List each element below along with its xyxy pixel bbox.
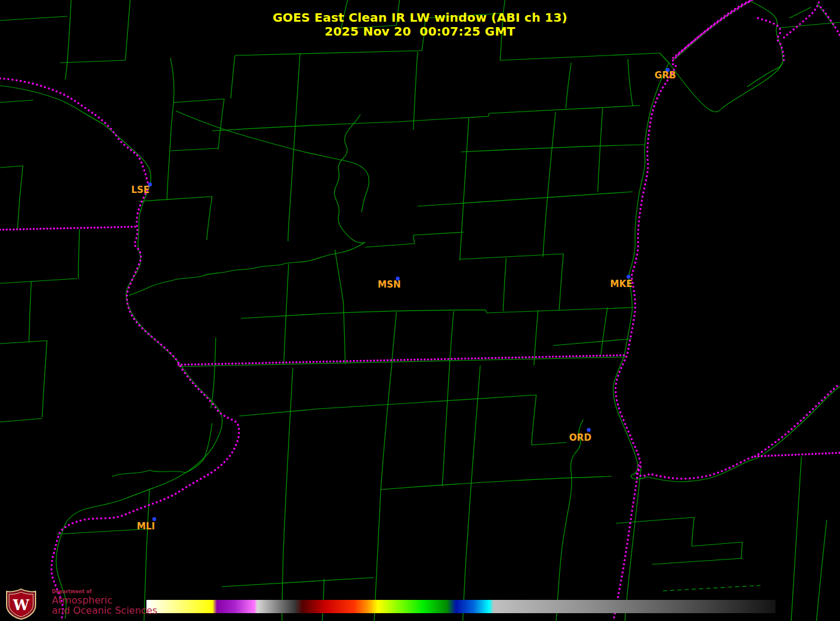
lake-michigan-shoreline [616, 0, 755, 479]
map-canvas [0, 0, 840, 621]
station-label-mke: MKE [610, 279, 633, 289]
lakeshore-line [613, 61, 840, 482]
peninsula-tip-border [784, 2, 819, 37]
mississippi-river-line [0, 86, 222, 619]
logo-dept-line: Department of [52, 590, 157, 594]
lower-wisconsin-river-line [129, 242, 365, 295]
mississippi-river-border [0, 78, 239, 620]
door-peninsula-border [758, 18, 784, 63]
wi-il-border [178, 355, 627, 365]
station-label-msn: MSN [378, 279, 401, 290]
county-lines [0, 0, 840, 621]
mn-ia-border [0, 227, 136, 230]
station-label-lse: LSE [131, 184, 150, 195]
il-in-border [613, 465, 639, 621]
michigan-shore-border [755, 384, 840, 456]
wisconsin-river-line [334, 115, 365, 243]
station-marker-ord [587, 428, 591, 432]
aos-logo-text: Department of Atmospheric and Oceanic Sc… [52, 588, 157, 616]
in-mi-border [755, 453, 840, 456]
satellite-image-viewer: GOES East Clean IR LW window (ABI ch 13)… [0, 0, 840, 621]
station-label-ord: ORD [569, 432, 592, 443]
logo-line-2: and Oceanic Sciences [52, 606, 157, 616]
station-label-mli: MLI [137, 521, 155, 532]
station-label-grb: GRB [654, 70, 675, 81]
svg-text:W: W [13, 596, 30, 614]
station-markers [148, 68, 669, 521]
colorbar [146, 600, 776, 613]
aos-logo: W Department of Atmospheric and Oceanic … [5, 588, 157, 620]
uw-crest-icon: W [5, 588, 37, 620]
